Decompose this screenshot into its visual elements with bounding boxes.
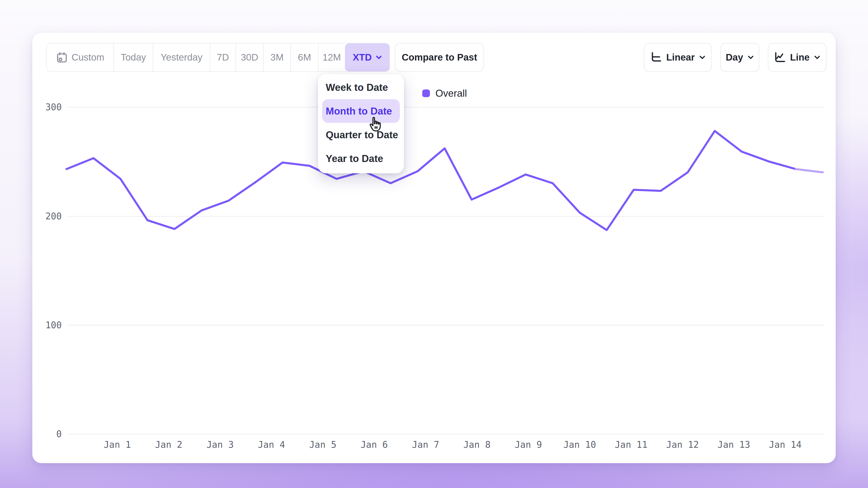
x-axis-label-jan-9: Jan 9 [515, 440, 542, 450]
gridline-y-300 [67, 107, 825, 107]
x-axis-label-jan-12: Jan 12 [666, 440, 699, 450]
menu-item-label: Quarter to Date [326, 129, 398, 140]
x-axis-label-jan-3: Jan 3 [206, 440, 234, 450]
y-axis-label-100: 100 [32, 320, 62, 330]
range-button-label: XTD [353, 52, 372, 63]
compare-to-past-button[interactable]: Compare to Past [395, 43, 484, 72]
linear-scale-icon [650, 51, 662, 64]
chart-legend: Overall [66, 87, 823, 100]
menu-item-year-to-date[interactable]: Year to Date [322, 147, 400, 170]
compare-to-past-label: Compare to Past [402, 52, 477, 63]
x-axis-label-jan-4: Jan 4 [258, 440, 285, 450]
x-axis-label-jan-8: Jan 8 [463, 440, 491, 450]
range-button-label: Custom [72, 52, 104, 63]
range-button-12m[interactable]: 12M [318, 43, 345, 71]
range-button-7d[interactable]: 7D [210, 43, 236, 71]
x-axis-label-jan-13: Jan 13 [717, 440, 750, 450]
chevron-down-icon [747, 54, 754, 61]
range-button-label: 3M [270, 52, 283, 63]
chevron-down-icon [814, 54, 820, 61]
range-button-label: 7D [217, 52, 229, 63]
line-chart-icon [774, 51, 786, 64]
x-axis-label-jan-11: Jan 11 [615, 440, 648, 450]
range-button-xtd[interactable]: XTD [345, 43, 390, 71]
range-button-yesterday[interactable]: Yesterday [153, 43, 210, 71]
menu-item-month-to-date[interactable]: Month to Date [322, 99, 400, 123]
y-axis-label-200: 200 [32, 211, 62, 221]
chart-type-label: Line [790, 52, 809, 63]
menu-item-label: Week to Date [326, 82, 388, 93]
scale-dropdown-button[interactable]: Linear [644, 43, 712, 72]
chart-type-dropdown-button[interactable]: Line [768, 43, 827, 72]
range-button-6m[interactable]: 6M [290, 43, 318, 71]
xtd-dropdown-menu: Week to DateMonth to DateQuarter to Date… [318, 74, 404, 173]
x-axis-label-jan-6: Jan 6 [361, 440, 388, 450]
x-axis-label-jan-2: Jan 2 [155, 440, 182, 450]
range-button-custom[interactable]: Custom [46, 43, 114, 71]
menu-item-label: Year to Date [326, 153, 383, 164]
scale-label: Linear [666, 52, 694, 63]
range-button-today[interactable]: Today [114, 43, 153, 71]
calendar-icon [56, 51, 68, 64]
date-range-segmented-control: CustomTodayYesterday7D30D3M6M12MXTD [46, 43, 390, 72]
x-axis-label-jan-10: Jan 10 [563, 440, 596, 450]
series-line-overall-incomplete-period [796, 169, 823, 172]
hand-pointer-cursor [367, 116, 384, 134]
interval-dropdown-button[interactable]: Day [720, 43, 759, 72]
legend-label: Overall [435, 88, 467, 99]
menu-item-quarter-to-date[interactable]: Quarter to Date [322, 123, 400, 147]
x-axis-label-jan-7: Jan 7 [412, 440, 439, 450]
gridline-y-100 [67, 325, 825, 326]
range-button-label: 30D [241, 52, 258, 63]
range-button-label: Yesterday [160, 52, 202, 63]
toolbar: CustomTodayYesterday7D30D3M6M12MXTD Comp… [32, 43, 836, 72]
y-axis-label-300: 300 [32, 102, 62, 112]
gridline-y-0 [67, 434, 825, 434]
x-axis-label-jan-14: Jan 14 [769, 440, 802, 450]
chevron-down-icon [375, 54, 382, 61]
gridline-y-200 [67, 216, 825, 217]
menu-item-week-to-date[interactable]: Week to Date [322, 75, 400, 99]
range-button-3m[interactable]: 3M [263, 43, 290, 71]
chevron-down-icon [699, 54, 706, 61]
series-line-overall [66, 131, 796, 230]
legend-swatch [422, 90, 430, 97]
y-axis-label-0: 0 [32, 429, 62, 439]
menu-item-label: Month to Date [326, 105, 392, 117]
x-axis-label-jan-1: Jan 1 [104, 440, 131, 450]
range-button-label: 6M [298, 52, 311, 63]
chart-card: CustomTodayYesterday7D30D3M6M12MXTD Comp… [32, 33, 836, 463]
range-button-30d[interactable]: 30D [236, 43, 263, 71]
range-button-label: 12M [322, 52, 341, 63]
range-button-label: Today [121, 52, 146, 63]
x-axis-label-jan-5: Jan 5 [309, 440, 336, 450]
interval-label: Day [725, 52, 743, 63]
